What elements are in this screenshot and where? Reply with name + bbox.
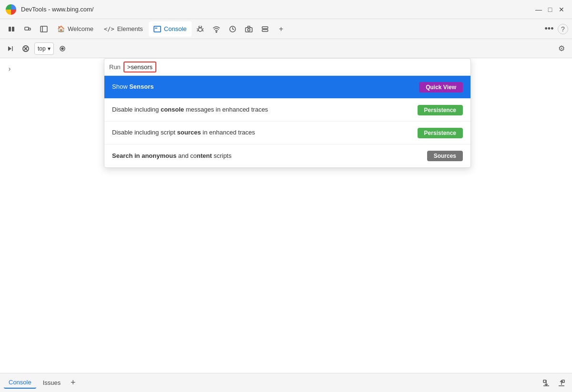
svg-rect-3 [29, 28, 31, 30]
tab-welcome[interactable]: 🏠 Welcome [52, 21, 98, 37]
result-search-anonymous-text: Search in anonymous and content scripts [112, 152, 232, 160]
clear-button[interactable] [19, 42, 32, 55]
tab-icon-devices[interactable] [20, 21, 35, 37]
svg-line-14 [202, 31, 204, 31]
tab-console-label: Console [164, 25, 187, 32]
title-bar: DevTools - www.bing.com/ — □ ✕ [0, 0, 572, 19]
camera-icon [245, 25, 253, 33]
bottom-add-button[interactable]: + [67, 377, 79, 389]
tab-performance[interactable] [225, 21, 240, 37]
tab-elements-label: Elements [117, 25, 143, 32]
svg-rect-30 [562, 380, 564, 382]
result-disable-console[interactable]: Disable including console messages in en… [104, 99, 470, 122]
more-tabs-button[interactable]: ••• [541, 21, 557, 37]
svg-rect-4 [41, 26, 47, 32]
svg-rect-0 [9, 27, 11, 31]
bottom-export-button[interactable] [540, 376, 553, 390]
devtools-logo [6, 4, 16, 15]
performance-icon [229, 25, 236, 33]
bottom-tab-issues[interactable]: Issues [38, 377, 66, 388]
command-dropdown: Run >sensors Show Sensors Quick View Dis… [104, 58, 471, 168]
window-controls: — □ ✕ [534, 5, 566, 14]
svg-line-11 [197, 29, 198, 30]
tab-icon-sidebar[interactable] [36, 21, 51, 37]
quick-view-badge[interactable]: Quick View [419, 82, 463, 93]
result-disable-sources[interactable]: Disable including script sources in enha… [104, 122, 470, 144]
bottom-console-label: Console [9, 379, 31, 386]
elements-icon: </> [104, 26, 114, 32]
svg-point-18 [247, 29, 250, 31]
console-toolbar: top ▾ ⚙ [0, 39, 572, 58]
svg-rect-19 [262, 27, 268, 29]
minimize-button[interactable]: — [534, 5, 543, 14]
settings-button[interactable]: ⚙ [555, 42, 568, 55]
bottom-bar: Console Issues + [0, 373, 572, 392]
tab-add[interactable]: + [274, 21, 289, 37]
context-selector[interactable]: top ▾ [34, 42, 54, 55]
svg-line-12 [202, 29, 204, 30]
svg-rect-1 [12, 27, 14, 31]
tab-memory[interactable] [241, 21, 256, 37]
tab-network[interactable] [209, 21, 224, 37]
maximize-button[interactable]: □ [545, 5, 555, 14]
home-icon: 🏠 [57, 25, 65, 32]
svg-rect-28 [543, 380, 546, 382]
command-input[interactable]: >sensors [123, 62, 156, 72]
tab-icon-back[interactable] [4, 21, 19, 37]
result-show-sensors[interactable]: Show Sensors Quick View [104, 76, 470, 99]
svg-rect-20 [262, 30, 268, 31]
run-label: Run [109, 63, 121, 71]
bottom-right-actions [540, 376, 568, 390]
result-show-sensors-text: Show Sensors [112, 83, 153, 91]
tab-welcome-label: Welcome [68, 25, 93, 32]
debugger-icon [196, 25, 204, 33]
tab-console[interactable]: Console [149, 21, 192, 37]
tab-debugger[interactable] [193, 21, 208, 37]
persistence-badge-1[interactable]: Persistence [418, 105, 463, 115]
close-button[interactable]: ✕ [557, 5, 566, 14]
live-expressions-button[interactable] [56, 42, 69, 55]
storage-icon [261, 25, 269, 33]
bottom-issues-label: Issues [43, 379, 61, 386]
chevron-down-icon: ▾ [48, 45, 51, 52]
command-bar: Run >sensors [104, 59, 470, 76]
result-search-anonymous[interactable]: Search in anonymous and content scripts … [104, 144, 470, 167]
svg-rect-6 [154, 26, 161, 32]
sidebar-expand-button[interactable]: › [5, 64, 14, 73]
svg-line-13 [197, 31, 198, 31]
main-area: › Run >sensors Show Sensors Quick View D… [0, 58, 572, 373]
bottom-upload-button[interactable] [555, 376, 568, 390]
svg-point-26 [61, 48, 63, 50]
result-disable-sources-text: Disable including script sources in enha… [112, 128, 255, 137]
title-bar-text: DevTools - www.bing.com/ [21, 6, 529, 13]
persistence-badge-2[interactable]: Persistence [418, 128, 463, 138]
tab-elements[interactable]: </> Elements [99, 21, 148, 37]
tab-bar: 🏠 Welcome </> Elements Console + ••• ? [0, 19, 572, 39]
context-label: top [38, 45, 46, 52]
wifi-icon [213, 25, 220, 33]
svg-point-15 [216, 31, 217, 32]
tab-storage[interactable] [257, 21, 273, 37]
sources-badge[interactable]: Sources [427, 151, 463, 161]
help-button[interactable]: ? [558, 24, 568, 34]
bottom-tab-console[interactable]: Console [4, 377, 36, 389]
execute-button[interactable] [4, 42, 17, 55]
result-disable-console-text: Disable including console messages in en… [112, 105, 268, 114]
svg-rect-2 [25, 27, 29, 30]
console-icon [153, 25, 161, 33]
